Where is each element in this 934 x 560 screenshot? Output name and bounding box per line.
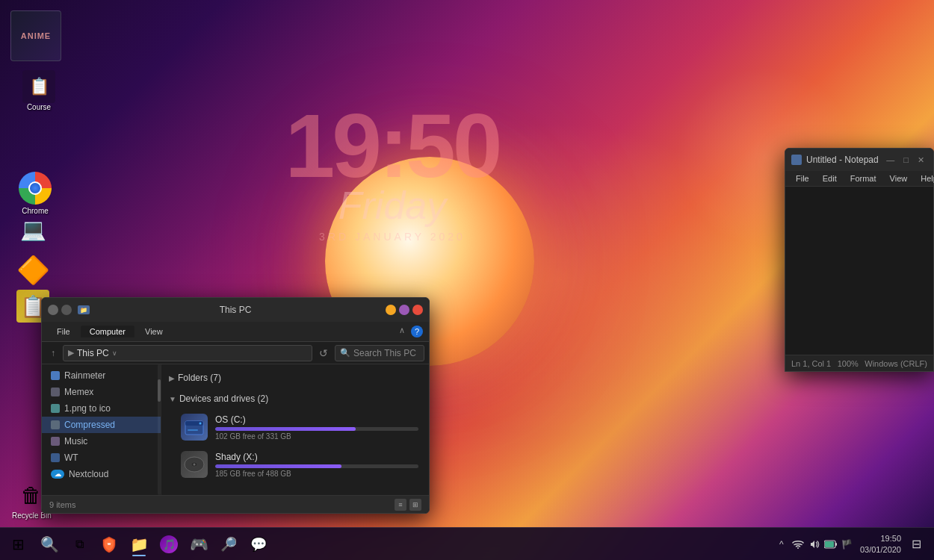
- shady-drive-icon: [181, 451, 208, 478]
- svg-point-2: [200, 423, 202, 425]
- notepad-statusbar: Ln 1, Col 1 100% Windows (CRLF): [785, 355, 933, 371]
- folders-chevron-icon: ▶: [169, 374, 175, 382]
- minimize-traffic[interactable]: [386, 305, 396, 315]
- desktop-icon-course[interactable]: 📋 Course: [16, 70, 61, 111]
- compressed-folder-icon: [51, 420, 60, 429]
- status-list-view-btn[interactable]: ≡: [395, 499, 406, 511]
- taskbar-discord-button[interactable]: 💬: [245, 531, 272, 558]
- ribbon-chevron-icon[interactable]: ∧: [399, 326, 405, 337]
- taskbar-taskview-button[interactable]: ⧉: [66, 531, 93, 558]
- notepad-close-btn[interactable]: ✕: [915, 155, 927, 165]
- tray-volume-icon[interactable]: [808, 538, 821, 551]
- explorer-main-content: ▶ Folders (7) ▼ Devices and drives (2): [161, 364, 429, 495]
- sidebar-item-music[interactable]: Music: [42, 433, 161, 449]
- addr-search-box[interactable]: 🔍 Search This PC: [335, 345, 424, 361]
- statusbar-view-icons: ≡ ⊞: [395, 499, 421, 511]
- notepad-controls: — □ ✕: [883, 155, 927, 165]
- explorer-title-text: This PC: [220, 305, 252, 315]
- addr-path-separator: ▶: [68, 348, 74, 358]
- taskbar-everything-button[interactable]: 🔎: [215, 531, 242, 558]
- addr-dropdown-icon[interactable]: ∨: [112, 349, 117, 357]
- desktop-icon-chrome[interactable]: Chrome: [16, 172, 54, 215]
- notepad-menu-help[interactable]: Help: [915, 172, 934, 184]
- sidebar-scrollbar[interactable]: [158, 364, 161, 495]
- os-drive-bar-fill: [215, 427, 356, 431]
- os-drive-name: OS (C:): [215, 414, 418, 425]
- taskbar-explorer-icon: 📁: [130, 535, 149, 553]
- sidebar-item-nextcloud[interactable]: ☁ Nextcloud: [42, 466, 161, 482]
- sidebar-item-memex[interactable]: Memex: [42, 384, 161, 400]
- addr-refresh-button[interactable]: ↺: [315, 345, 332, 361]
- memex-folder-icon: [51, 388, 60, 396]
- notepad-maximize-btn[interactable]: □: [900, 155, 912, 165]
- folders-section-header[interactable]: ▶ Folders (7): [166, 369, 424, 387]
- tray-clock-date: 03/01/2020: [860, 544, 901, 555]
- ribbon-tab-computer[interactable]: Computer: [81, 326, 134, 337]
- computer-icon-image: 💻: [16, 213, 49, 246]
- maximize-traffic[interactable]: [399, 305, 409, 315]
- taskbar-search-button[interactable]: 🔍: [36, 531, 63, 558]
- ribbon-tab-view[interactable]: View: [136, 326, 172, 337]
- svg-rect-10: [835, 543, 837, 546]
- minimize-button[interactable]: [48, 305, 58, 315]
- anime-icon-label: ANIME: [21, 31, 51, 40]
- status-grid-view-btn[interactable]: ⊞: [409, 499, 421, 511]
- notepad-minimize-btn[interactable]: —: [883, 155, 897, 165]
- notepad-menu-view[interactable]: View: [884, 172, 914, 184]
- notepad-content-area[interactable]: [785, 187, 933, 355]
- drive-item-os-c[interactable]: OS (C:) 102 GB free of 331 GB: [166, 409, 424, 445]
- taskbar-retroarch-button[interactable]: 🎮: [185, 531, 212, 558]
- svg-point-8: [797, 547, 799, 549]
- drives-chevron-icon: ▼: [169, 395, 176, 403]
- taskbar-groove-button[interactable]: 🎵: [155, 531, 182, 558]
- tray-clock[interactable]: 19:50 03/01/2020: [857, 533, 904, 555]
- sidebar-item-wt[interactable]: WT: [42, 449, 161, 466]
- taskbar-retroarch-icon: 🎮: [190, 535, 208, 553]
- taskbar-brave-button[interactable]: [96, 531, 123, 558]
- notepad-menu-file[interactable]: File: [790, 172, 815, 184]
- sidebar-nextcloud-label: Nextcloud: [69, 469, 108, 479]
- brave-browser-icon: [100, 535, 118, 553]
- explorer-body: Rainmeter Memex 1.png to ico Compressed …: [42, 364, 429, 495]
- os-drive-bar-bg: [215, 427, 418, 431]
- taskbar-explorer-button[interactable]: 📁: [126, 531, 152, 558]
- explorer-sidebar: Rainmeter Memex 1.png to ico Compressed …: [42, 364, 161, 495]
- taskbar-start-button[interactable]: ⊞: [4, 531, 31, 558]
- notepad-menu-format[interactable]: Format: [844, 172, 882, 184]
- sidebar-item-compressed[interactable]: Compressed: [42, 417, 161, 433]
- nextcloud-nc-text: ☁: [55, 470, 61, 478]
- sidebar-wt-label: WT: [64, 452, 78, 463]
- notepad-titlebar: Untitled - Notepad — □ ✕: [785, 149, 933, 171]
- notepad-menu-bar: File Edit Format View Help: [785, 171, 933, 187]
- desktop-icon-computer[interactable]: 💻: [16, 213, 54, 246]
- desktop-icon-vlc[interactable]: 🔶: [16, 254, 49, 287]
- drives-section-header[interactable]: ▼ Devices and drives (2): [166, 390, 424, 408]
- svg-point-7: [194, 464, 196, 466]
- sidebar-item-png2ico[interactable]: 1.png to ico: [42, 400, 161, 417]
- taskbar: ⊞ 🔍 ⧉ 📁 🎵 🎮 🔎 💬 ^: [0, 527, 934, 560]
- taskbar-everything-icon: 🔎: [220, 536, 237, 553]
- tray-notification-center-btn[interactable]: ⊟: [907, 535, 925, 553]
- tray-battery-icon[interactable]: [824, 538, 838, 551]
- clock-widget: 19:50 Friday 3RD JANUARY 2020: [285, 101, 500, 243]
- notepad-menu-edit[interactable]: Edit: [817, 172, 843, 184]
- addr-up-button[interactable]: ↑: [46, 346, 60, 360]
- addr-path-bar[interactable]: ▶ This PC ∨: [63, 345, 312, 361]
- system-tray: ^ 🏴 19:50 03/01/: [775, 533, 930, 555]
- tray-show-hidden-btn[interactable]: ^: [775, 538, 788, 551]
- shady-drive-info: Shady (X:) 185 GB free of 488 GB: [215, 452, 418, 478]
- sidebar-compressed-label: Compressed: [64, 420, 115, 430]
- close-traffic[interactable]: [412, 305, 423, 315]
- restore-button[interactable]: [61, 305, 72, 315]
- ribbon-tab-file[interactable]: File: [48, 326, 79, 337]
- notification-icon: ⊟: [912, 537, 921, 551]
- sidebar-music-label: Music: [64, 436, 87, 447]
- sidebar-scrollbar-thumb[interactable]: [158, 379, 161, 402]
- sidebar-item-rainmeter[interactable]: Rainmeter: [42, 367, 161, 384]
- notepad-textarea[interactable]: [788, 190, 930, 352]
- ribbon-help-icon[interactable]: ?: [411, 326, 423, 337]
- tray-notification-flag-icon[interactable]: 🏴: [841, 538, 854, 551]
- desktop-icon-anime[interactable]: ANIME: [10, 10, 64, 61]
- drive-item-shady-x[interactable]: Shady (X:) 185 GB free of 488 GB: [166, 447, 424, 482]
- tray-wifi-icon[interactable]: [791, 538, 805, 551]
